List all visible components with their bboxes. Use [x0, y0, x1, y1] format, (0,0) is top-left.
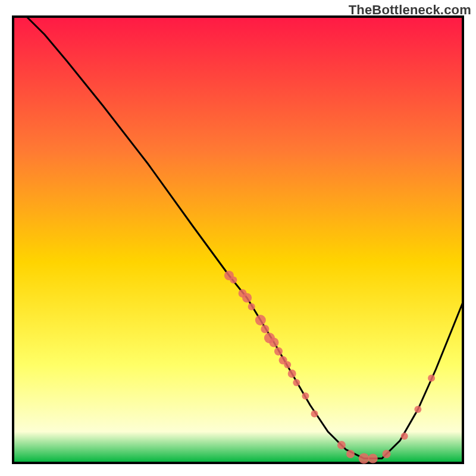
data-point: [293, 379, 300, 386]
data-point: [401, 433, 408, 440]
watermark-text: TheBottleneck.com: [349, 2, 471, 18]
data-point: [261, 325, 269, 333]
data-point: [248, 303, 255, 311]
data-point: [274, 347, 283, 356]
data-point: [302, 393, 309, 400]
data-point: [311, 411, 318, 418]
data-point: [230, 277, 237, 284]
plot-background: [13, 17, 463, 463]
data-point: [346, 450, 355, 458]
data-point: [242, 293, 252, 303]
data-point: [428, 375, 435, 382]
bottleneck-chart: [0, 0, 476, 476]
data-point: [284, 361, 291, 368]
data-point: [337, 441, 346, 449]
data-point: [288, 369, 296, 378]
data-point: [414, 406, 421, 413]
data-point: [255, 315, 266, 325]
data-point: [270, 338, 279, 347]
data-point: [359, 453, 369, 464]
data-point: [383, 450, 391, 458]
data-point: [368, 454, 378, 464]
